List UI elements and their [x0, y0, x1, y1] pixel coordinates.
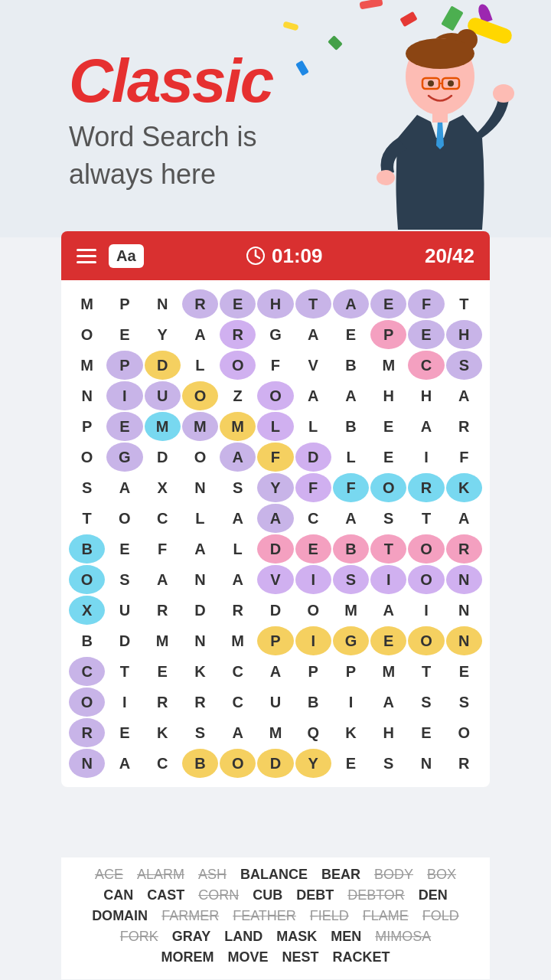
grid-cell[interactable]: A: [446, 381, 482, 410]
word-item[interactable]: LAND: [224, 929, 262, 945]
table-row[interactable]: TOCLAACASTA: [69, 504, 482, 533]
grid-cell[interactable]: B: [333, 412, 369, 441]
grid-cell[interactable]: C: [220, 657, 256, 686]
grid-cell[interactable]: M: [370, 351, 406, 380]
grid-cell[interactable]: E: [408, 718, 444, 747]
grid-cell[interactable]: D: [182, 596, 218, 625]
word-item[interactable]: CORN: [198, 887, 239, 903]
grid-cell[interactable]: L: [333, 443, 369, 472]
grid-cell[interactable]: B: [182, 749, 218, 778]
grid-cell[interactable]: E: [446, 657, 482, 686]
word-item[interactable]: FIELD: [310, 908, 349, 924]
grid-cell[interactable]: D: [145, 351, 181, 380]
grid-cell[interactable]: C: [145, 749, 181, 778]
word-item[interactable]: BEAR: [321, 867, 360, 883]
grid-cell[interactable]: O: [408, 565, 444, 594]
grid-cell[interactable]: P: [257, 626, 293, 655]
grid-cell[interactable]: T: [370, 534, 406, 564]
grid-cell[interactable]: T: [106, 657, 142, 686]
table-row[interactable]: OGDOAFDLEIF: [69, 443, 482, 472]
grid-cell[interactable]: T: [408, 657, 444, 686]
grid-cell[interactable]: A: [370, 596, 406, 625]
grid-cell[interactable]: S: [370, 504, 406, 533]
grid-cell[interactable]: D: [257, 749, 293, 778]
grid-cell[interactable]: N: [446, 596, 482, 625]
grid-cell[interactable]: T: [408, 504, 444, 533]
grid-cell[interactable]: Y: [295, 749, 331, 778]
word-item[interactable]: BOX: [427, 867, 456, 883]
grid-cell[interactable]: M: [333, 596, 369, 625]
grid-cell[interactable]: X: [145, 473, 181, 502]
table-row[interactable]: BDMNMPIGEON: [69, 626, 482, 655]
grid-cell[interactable]: D: [295, 443, 331, 472]
grid-cell[interactable]: A: [220, 504, 256, 533]
grid-cell[interactable]: U: [257, 688, 293, 717]
grid-cell[interactable]: T: [446, 289, 482, 318]
table-row[interactable]: OEYARGAEPEH: [69, 320, 482, 349]
grid-cell[interactable]: O: [220, 749, 256, 778]
word-item[interactable]: CAST: [147, 887, 184, 903]
grid-cell[interactable]: A: [446, 504, 482, 533]
grid-cell[interactable]: M: [182, 412, 218, 441]
word-item[interactable]: ACE: [95, 867, 123, 883]
grid-cell[interactable]: P: [106, 351, 142, 380]
word-item[interactable]: FLAME: [363, 908, 409, 924]
word-item[interactable]: MOREM: [161, 949, 214, 965]
grid-cell[interactable]: H: [408, 381, 444, 410]
grid-cell[interactable]: O: [408, 626, 444, 655]
word-item[interactable]: ALARM: [137, 867, 184, 883]
grid-cell[interactable]: O: [69, 443, 105, 472]
grid-cell[interactable]: A: [106, 749, 142, 778]
word-item[interactable]: RACKET: [333, 949, 390, 965]
grid-cell[interactable]: V: [257, 565, 293, 594]
grid-cell[interactable]: D: [145, 443, 181, 472]
grid-cell[interactable]: N: [446, 626, 482, 655]
grid-cell[interactable]: S: [182, 718, 218, 747]
word-item[interactable]: BALANCE: [240, 867, 308, 883]
grid-cell[interactable]: M: [145, 626, 181, 655]
grid-cell[interactable]: C: [69, 657, 105, 686]
word-item[interactable]: CUB: [253, 887, 282, 903]
grid-cell[interactable]: A: [408, 412, 444, 441]
grid-cell[interactable]: R: [182, 289, 218, 318]
grid-cell[interactable]: P: [333, 657, 369, 686]
grid-cell[interactable]: A: [220, 718, 256, 747]
grid-cell[interactable]: G: [257, 320, 293, 349]
word-search-grid[interactable]: MPNREHTAEFTOEYARGAEPEHMPDLOFVBMCSNIUOZOA…: [61, 280, 490, 787]
grid-cell[interactable]: R: [145, 688, 181, 717]
grid-cell[interactable]: K: [333, 718, 369, 747]
grid-cell[interactable]: E: [145, 657, 181, 686]
grid-cell[interactable]: F: [295, 473, 331, 502]
grid-cell[interactable]: A: [333, 504, 369, 533]
grid-cell[interactable]: R: [446, 534, 482, 564]
grid-cell[interactable]: N: [145, 289, 181, 318]
grid-cell[interactable]: H: [370, 381, 406, 410]
grid-cell[interactable]: N: [69, 381, 105, 410]
grid-cell[interactable]: E: [295, 534, 331, 564]
grid-cell[interactable]: F: [408, 289, 444, 318]
grid-cell[interactable]: B: [69, 626, 105, 655]
grid-cell[interactable]: E: [333, 749, 369, 778]
word-item[interactable]: MIMOSA: [375, 929, 431, 945]
table-row[interactable]: MPDLOFVBMCS: [69, 351, 482, 380]
grid-cell[interactable]: F: [257, 351, 293, 380]
word-item[interactable]: BODY: [374, 867, 413, 883]
grid-cell[interactable]: U: [106, 596, 142, 625]
grid-cell[interactable]: N: [446, 565, 482, 594]
grid-cell[interactable]: R: [408, 473, 444, 502]
grid-cell[interactable]: E: [106, 534, 142, 564]
grid-cell[interactable]: E: [106, 320, 142, 349]
table-row[interactable]: XURDRDOMAIN: [69, 596, 482, 625]
grid-cell[interactable]: H: [370, 718, 406, 747]
grid-cell[interactable]: H: [446, 320, 482, 349]
grid-cell[interactable]: Z: [220, 381, 256, 410]
grid-table[interactable]: MPNREHTAEFTOEYARGAEPEHMPDLOFVBMCSNIUOZOA…: [67, 288, 484, 779]
word-item[interactable]: FEATHER: [233, 908, 296, 924]
grid-cell[interactable]: I: [370, 565, 406, 594]
table-row[interactable]: OSANAVISION: [69, 565, 482, 594]
word-item[interactable]: FORK: [120, 929, 158, 945]
grid-cell[interactable]: O: [106, 504, 142, 533]
grid-cell[interactable]: V: [295, 351, 331, 380]
grid-cell[interactable]: L: [295, 412, 331, 441]
grid-cell[interactable]: R: [220, 320, 256, 349]
